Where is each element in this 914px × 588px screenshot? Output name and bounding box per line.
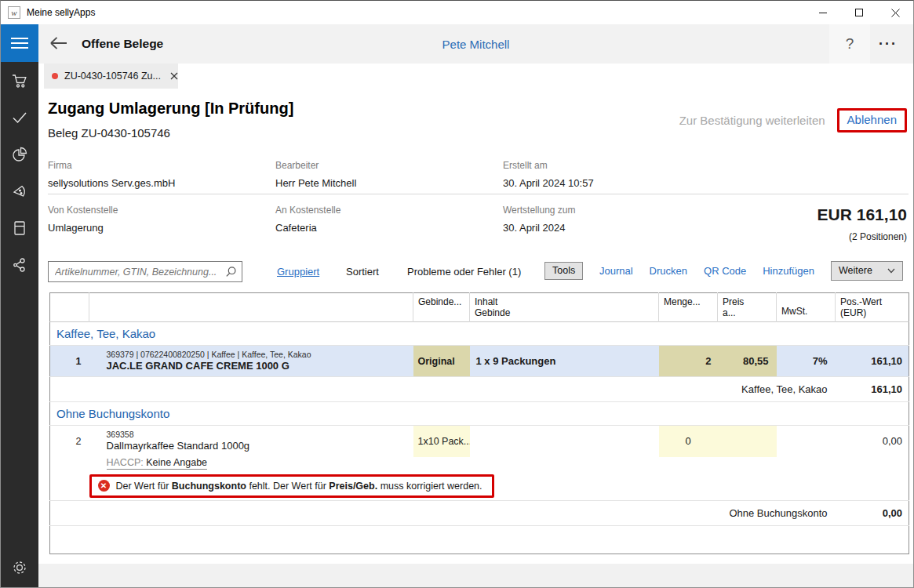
subtotal-value: 0,00: [836, 501, 909, 526]
group-header-ohne-buchungskonto: Ohne Buchungskonto: [50, 402, 909, 426]
inhalt-cell: 1 x 9 Packungen: [470, 346, 659, 377]
more-dropdown-button[interactable]: Weitere: [831, 261, 903, 281]
field-label: Bearbeiter: [275, 160, 495, 171]
col-header-num: [50, 293, 89, 322]
sidebar: [1, 24, 38, 588]
search-icon[interactable]: [225, 266, 237, 281]
tools-button[interactable]: Tools: [544, 262, 583, 280]
table-row-1[interactable]: 1 369379 | 07622400820250 | Kaffee | Kaf…: [50, 346, 909, 377]
reject-button[interactable]: Ablehnen: [847, 113, 897, 126]
document-number: Beleg ZU-0430-105746: [48, 126, 170, 140]
table-row-2[interactable]: 2 369358 Dallmayrkaffee Standard 1000g 1…: [50, 426, 909, 457]
shopping-cart-icon: [11, 73, 28, 89]
group-title: Kaffee, Tee, Kakao: [50, 322, 909, 346]
table-header-row: Gebinde... Inhalt Gebinde Menge... Preis…: [50, 293, 909, 322]
chevron-down-icon: [887, 268, 895, 274]
forward-button[interactable]: Zur Bestätigung weiterleiten: [679, 114, 825, 127]
current-user-link[interactable]: Pete Mitchell: [38, 38, 913, 51]
field-value: Umlagerung: [48, 222, 268, 234]
tab-close-icon[interactable]: [170, 72, 178, 80]
bottom-strip: [38, 564, 913, 587]
subtotal-row-kaffee: Kaffee, Tee, Kakao 161,10: [50, 377, 909, 402]
preis-cell[interactable]: 80,55: [718, 346, 777, 377]
qr-code-link[interactable]: QR Code: [704, 265, 746, 277]
field-label: An Kostenstelle: [275, 205, 495, 216]
menge-cell[interactable]: 0: [659, 426, 718, 457]
validation-error-row: ✕ Der Wert für Buchungskonto fehlt. Der …: [50, 473, 909, 501]
col-header-menge[interactable]: Menge...: [659, 293, 718, 322]
field-value: Herr Pete Mitchell: [275, 177, 495, 189]
document-total: EUR 161,10: [818, 205, 907, 224]
search-input[interactable]: [48, 261, 242, 282]
toolbar-right: Journal Drucken QR Code Hinzufügen Weite…: [599, 261, 903, 281]
field-firma: Firma sellysolutions Serv.ges.mbH: [48, 160, 268, 189]
add-link[interactable]: Hinzufügen: [763, 265, 814, 277]
minimize-icon[interactable]: [805, 1, 841, 24]
help-button[interactable]: ?: [829, 24, 870, 64]
maximize-icon[interactable]: [841, 1, 877, 24]
fields-divider: [48, 194, 909, 194]
share-network-icon: [12, 257, 27, 273]
field-bearbeiter: Bearbeiter Herr Pete Mitchell: [275, 160, 495, 189]
sidebar-item-statistics[interactable]: [1, 136, 38, 172]
app-logo-icon: w: [8, 6, 20, 19]
sidebar-item-settings[interactable]: [1, 554, 38, 582]
subtotal-value: 161,10: [836, 377, 909, 402]
more-options-icon[interactable]: ···: [871, 24, 905, 64]
sidebar-item-catalog[interactable]: [1, 209, 38, 246]
grouped-toggle[interactable]: Gruppiert: [277, 266, 319, 278]
sorted-toggle[interactable]: Sortiert: [346, 266, 379, 278]
document-actions: Zur Bestätigung weiterleiten Ablehnen: [679, 108, 907, 132]
subtotal-label: Ohne Buchungskonto: [50, 501, 836, 526]
preis-cell[interactable]: [718, 426, 777, 457]
row-number: 1: [50, 346, 89, 377]
field-label: Wertstellung zum: [503, 205, 723, 216]
col-header-article: [89, 293, 413, 322]
haccp-field[interactable]: HACCP: Keine Angabe: [107, 457, 208, 470]
table-filler: [50, 526, 909, 554]
document-tab[interactable]: ZU-0430-105746 Zu...: [44, 64, 178, 89]
print-link[interactable]: Drucken: [650, 265, 687, 277]
pie-chart-icon: [11, 146, 28, 163]
article-meta: 369379 | 07622400820250 | Kaffee | Kaffe…: [107, 350, 413, 360]
gebinde-cell[interactable]: 1x10 Pack...: [413, 426, 470, 457]
annotation-box-error[interactable]: ✕ Der Wert für Buchungskonto fehlt. Der …: [89, 474, 494, 498]
col-header-mwst[interactable]: MwSt.: [777, 293, 836, 322]
unsaved-dot-icon: [52, 73, 58, 79]
field-von-kostenstelle: Von Kostenstelle Umlagerung: [48, 205, 268, 234]
sidebar-item-share[interactable]: [1, 246, 38, 283]
tab-bar: ZU-0430-105746 Zu...: [38, 64, 913, 89]
poswert-cell: 161,10: [836, 346, 909, 377]
hamburger-menu-icon[interactable]: [1, 24, 38, 62]
gebinde-cell[interactable]: Original: [413, 346, 470, 377]
positions-table: Gebinde... Inhalt Gebinde Menge... Preis…: [49, 292, 909, 554]
journal-link[interactable]: Journal: [599, 265, 633, 277]
book-icon: [13, 220, 27, 236]
field-label: Erstellt am: [503, 160, 723, 171]
col-header-inhalt[interactable]: Inhalt Gebinde: [470, 293, 659, 322]
window-title: Meine sellyApps: [27, 7, 95, 18]
titlebar: w Meine sellyApps: [1, 1, 913, 24]
sidebar-item-food[interactable]: [1, 172, 38, 209]
error-x-icon: ✕: [98, 480, 110, 492]
field-value: sellysolutions Serv.ges.mbH: [48, 177, 268, 189]
sidebar-item-tasks[interactable]: [1, 99, 38, 136]
menge-cell[interactable]: 2: [659, 346, 718, 377]
close-icon[interactable]: [877, 1, 913, 24]
field-value: 30. April 2024: [503, 222, 723, 234]
position-count: (2 Positionen): [849, 231, 907, 242]
col-header-gebinde[interactable]: Gebinde...: [413, 293, 470, 322]
col-header-poswert[interactable]: Pos.-Wert (EUR): [836, 293, 909, 322]
haccp-label: HACCP:: [107, 457, 144, 468]
article-name: Dallmayrkaffee Standard 1000g: [107, 440, 413, 452]
pizza-slice-icon: [12, 183, 27, 199]
haccp-attribute-row: HACCP: Keine Angabe: [50, 457, 909, 473]
inhalt-cell: [470, 426, 659, 457]
app-window: w Meine sellyApps: [0, 0, 914, 588]
tab-label: ZU-0430-105746 Zu...: [64, 71, 161, 82]
problems-filter[interactable]: Probleme oder Fehler (1): [407, 266, 521, 278]
col-header-preis[interactable]: Preis a...: [718, 293, 777, 322]
haccp-value: Keine Angabe: [146, 457, 207, 468]
sidebar-nav: [1, 62, 38, 283]
sidebar-item-cart[interactable]: [1, 62, 38, 99]
